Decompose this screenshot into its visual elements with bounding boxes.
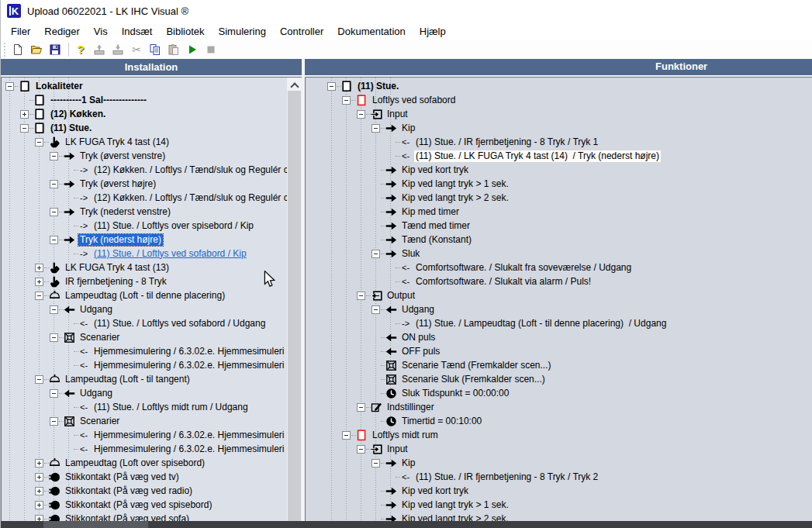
tree-row[interactable]: Scenarie Sluk (Fremkalder scen...) [306, 372, 812, 386]
tree-collapse-toggle[interactable] [357, 445, 365, 454]
funktioner-tree[interactable]: (11) Stue.Loftlys ved sofabordInputKip<-… [306, 78, 812, 528]
tree-collapse-toggle[interactable] [35, 292, 43, 300]
tree-row[interactable]: Kip ved kort tryk [306, 163, 812, 177]
menu-item-simulering[interactable]: Simulering [212, 23, 273, 40]
tree-expand-toggle[interactable] [20, 110, 29, 119]
tree-expand-toggle[interactable] [35, 473, 43, 481]
tree-row[interactable]: Kip ved langt tryk > 2 sek. [306, 191, 812, 205]
toolbar-grip[interactable] [3, 43, 7, 57]
menu-item-dokumentation[interactable]: Dokumentation [330, 23, 412, 40]
tree-item-label[interactable]: Kip ved langt tryk > 2 sek. [400, 192, 510, 204]
tree-row[interactable]: Lampeudtag (Loft - til denne placering) [2, 288, 287, 302]
tree-row[interactable]: <-Hjemmesimulering / 6.3.02.e. Hjemmesim… [2, 358, 287, 372]
tree-collapse-toggle[interactable] [50, 208, 58, 216]
tree-row[interactable]: Loftlys ved sofabord [306, 93, 812, 107]
tree-collapse-toggle[interactable] [5, 82, 14, 91]
tree-item-label[interactable]: Timertid = 00:10:00 [400, 416, 483, 427]
tree-collapse-toggle[interactable] [50, 152, 58, 160]
scrollbar-thumb[interactable] [288, 91, 301, 528]
tree-expand-toggle[interactable] [35, 264, 43, 272]
tree-item-label[interactable]: (11) Stue. / Loftlys ved sofabord / Udga… [92, 318, 267, 330]
save-button[interactable] [47, 41, 64, 58]
help-button[interactable]: ? [72, 41, 89, 58]
tree-item-label[interactable]: Stikkontakt (På væg ved tv) [64, 471, 181, 483]
tree-collapse-toggle[interactable] [35, 138, 43, 147]
tree-collapse-toggle[interactable] [50, 333, 58, 342]
tree-collapse-toggle[interactable] [327, 82, 336, 91]
tree-row[interactable]: Input [306, 442, 812, 456]
tree-row[interactable]: <-Comfortsoftware. / Slukalt fra sovevær… [306, 261, 812, 274]
tree-row[interactable]: <-(11) Stue. / LK FUGA Tryk 4 tast (14) … [306, 149, 812, 163]
run-simulation-button[interactable] [184, 41, 201, 58]
tree-item-label[interactable]: Input [385, 109, 409, 120]
tree-item-label[interactable]: (11) Stue. [356, 81, 400, 92]
tree-item-label[interactable]: Lampeudtag (Loft over spisebord) [64, 457, 206, 469]
menu-item-filer[interactable]: Filer [4, 23, 37, 40]
tree-item-label[interactable]: Tryk (øverst venstre) [78, 150, 167, 162]
tree-row[interactable]: Lampeudtag (Loft - til tangent) [2, 372, 287, 386]
tree-item-label[interactable]: (11) Stue. / Loftlys ved sofabord / Kip [92, 248, 248, 260]
tree-item-label[interactable]: (11) Stue. / IR fjernbetjening - 8 Tryk … [414, 471, 599, 483]
tree-item-label[interactable]: Stikkontakt (På væg ved spisebord) [64, 499, 213, 511]
tree-item-label[interactable]: Lampeudtag (Loft - til tangent) [64, 374, 192, 385]
tree-item-label[interactable]: Hjemmesimulering / 6.3.02.e. Hjemmesimul… [92, 443, 285, 455]
tree-item-label[interactable]: Lokaliteter [34, 81, 85, 92]
tree-row[interactable]: Output [306, 288, 812, 302]
tree-item-label[interactable]: Scenarie Sluk (Fremkalder scen...) [400, 374, 547, 385]
tree-row[interactable]: <-Hjemmesimulering / 6.3.02.e. Hjemmesim… [2, 442, 287, 456]
open-folder-button[interactable] [28, 41, 45, 58]
tree-row[interactable]: IR fjernbetjening - 8 Tryk [2, 274, 287, 288]
tree-item-label[interactable]: Tryk (øverst højre) [78, 178, 157, 190]
tree-item-label[interactable]: Kip [400, 457, 416, 469]
tree-row[interactable]: Udgang [2, 302, 287, 316]
tree-item-label[interactable]: Tænd med timer [400, 220, 472, 232]
tree-item-label[interactable]: (11) Stue. / LK FUGA Tryk 4 tast (14) / … [414, 150, 661, 162]
tree-collapse-toggle[interactable] [357, 403, 365, 412]
tree-item-label[interactable]: Scenarier [78, 416, 121, 427]
tree-row[interactable]: Kip ved kort tryk [306, 484, 812, 498]
tree-row[interactable]: Tryk (øverst højre) [2, 177, 287, 191]
tree-item-label[interactable]: Kip ved langt tryk > 1 sek. [400, 178, 510, 190]
tree-row[interactable]: <-Comfortsoftware. / Slukalt via alarm /… [306, 274, 812, 288]
tree-item-label[interactable]: Hjemmesimulering / 6.3.02.e. Hjemmesimul… [92, 346, 285, 357]
tree-row[interactable]: Sluk [306, 247, 812, 261]
tree-item-label[interactable]: Loftlys ved sofabord [371, 95, 457, 106]
tree-item-label[interactable]: LK FUGA Tryk 4 tast (13) [64, 262, 171, 274]
tree-row[interactable]: Stikkontakt (På væg ved spisebord) [2, 498, 287, 512]
menu-item-rediger[interactable]: Rediger [37, 23, 87, 40]
tree-row[interactable]: <-(11) Stue. / IR fjernbetjening - 8 Try… [306, 470, 812, 484]
tree-row[interactable]: <-(11) Stue. / IR fjernbetjening - 8 Try… [306, 135, 812, 149]
tree-item-label[interactable]: IR fjernbetjening - 8 Tryk [64, 276, 168, 288]
tree-row[interactable]: Sluk Tidspunkt = 00:00:00 [306, 386, 812, 400]
tree-item-label[interactable]: (12) Køkken. / Loftlys / Tænd/sluk og Re… [92, 192, 287, 204]
tree-row[interactable]: LK FUGA Tryk 4 tast (13) [2, 261, 287, 274]
tree-item-label[interactable]: (12) Køkken. / Loftlys / Tænd/sluk og Re… [92, 164, 287, 176]
scrollbar-up-button[interactable] [287, 78, 302, 91]
tree-item-label[interactable]: Comfortsoftware. / Slukalt fra soveværel… [414, 262, 633, 274]
tree-row[interactable]: Input [306, 107, 812, 121]
tree-item-label[interactable]: Indstillinger [385, 402, 436, 413]
tree-item-label[interactable]: (11) Stue. / Loftlys over spisebord / Ki… [92, 220, 255, 232]
tree-item-label[interactable]: Udgang [78, 304, 114, 316]
tree-item-label[interactable]: Kip ved kort tryk [400, 485, 470, 497]
tree-collapse-toggle[interactable] [20, 124, 29, 133]
tree-row[interactable]: Kip [306, 456, 812, 470]
tree-expand-toggle[interactable] [35, 459, 43, 468]
tree-item-label[interactable]: (11) Stue. / Lampeudtag (Loft - til denn… [414, 318, 668, 330]
tree-item-label[interactable]: Udgang [78, 388, 114, 399]
tree-row[interactable]: Indstillinger [306, 400, 812, 414]
tree-row[interactable]: Kip ved langt tryk > 1 sek. [306, 498, 812, 512]
tree-row[interactable]: LK FUGA Tryk 4 tast (14) [2, 135, 287, 149]
tree-item-label[interactable]: Kip ved kort tryk [400, 164, 470, 176]
tree-row[interactable]: Scenarier [2, 414, 287, 428]
tree-collapse-toggle[interactable] [371, 124, 380, 133]
tree-row[interactable]: (12) Køkken. [2, 107, 287, 121]
installation-tree[interactable]: Lokaliteter----------1 Sal--------------… [2, 78, 287, 528]
tree-row[interactable]: Tryk (nederst venstre) [2, 205, 287, 219]
tree-row[interactable]: Kip med timer [306, 205, 812, 219]
tree-row[interactable]: <-Hjemmesimulering / 6.3.02.e. Hjemmesim… [2, 428, 287, 442]
tree-row[interactable]: ON puls [306, 330, 812, 344]
tree-expand-toggle[interactable] [35, 501, 43, 509]
tree-row[interactable]: Udgang [306, 302, 812, 316]
tree-row[interactable]: Lampeudtag (Loft over spisebord) [2, 456, 287, 470]
